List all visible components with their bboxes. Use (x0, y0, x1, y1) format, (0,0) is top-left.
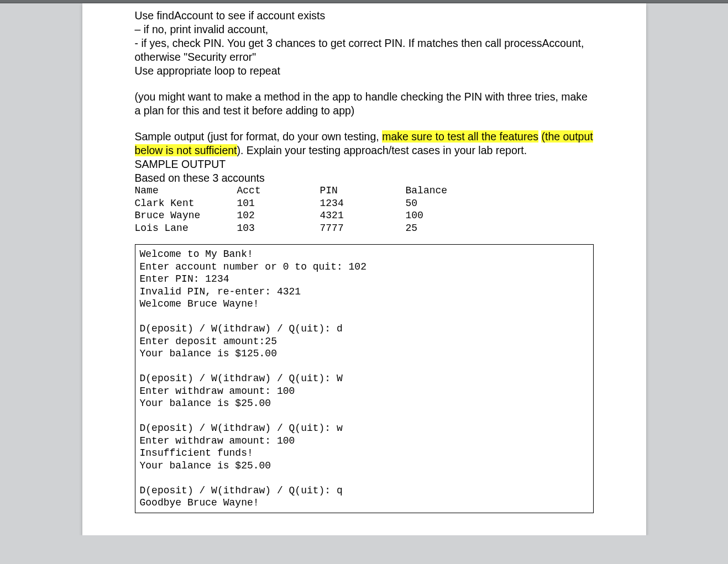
instruction-line: - if yes, check PIN. You get 3 chances t… (135, 36, 594, 64)
output-line: Enter deposit amount:25 (140, 335, 589, 348)
table-header: Balance (406, 185, 594, 197)
sample-output-box: Welcome to My Bank! Enter account number… (135, 244, 594, 513)
table-cell: 25 (406, 222, 594, 235)
sample-output-intro: Sample output (just for format, do your … (135, 130, 594, 157)
output-line (140, 310, 589, 323)
table-header: Name (135, 185, 237, 197)
output-line (140, 360, 589, 373)
table-cell: 1234 (320, 197, 406, 210)
accounts-table: Name Acct PIN Balance Clark Kent 101 123… (135, 185, 594, 234)
output-line: Goodbye Bruce Wayne! (140, 497, 589, 509)
document-body: Use findAccount to see if account exists… (135, 3, 594, 513)
instruction-line: Use appropriate loop to repeat (135, 64, 594, 78)
table-cell: Clark Kent (135, 197, 237, 210)
intro-text: Sample output (just for format, do your … (135, 130, 383, 143)
table-cell: 103 (237, 222, 320, 235)
instruction-note: (you might want to make a method in the … (135, 90, 594, 118)
output-line: Welcome Bruce Wayne! (140, 298, 589, 310)
table-cell: Bruce Wayne (135, 209, 237, 222)
table-cell: 50 (406, 197, 594, 210)
based-on-label: Based on these 3 accounts (135, 171, 594, 185)
instruction-line: Use findAccount to see if account exists (135, 9, 594, 23)
output-line: Enter withdraw amount: 100 (140, 385, 589, 398)
table-header: PIN (320, 185, 406, 197)
output-line (140, 410, 589, 423)
table-cell: 4321 (320, 209, 406, 222)
output-line: Your balance is $125.00 (140, 347, 589, 360)
document-page: Use findAccount to see if account exists… (82, 3, 646, 535)
output-line: D(eposit) / W(ithdraw) / Q(uit): d (140, 323, 589, 335)
instruction-line: – if no, print invalid account, (135, 23, 594, 36)
output-line (140, 472, 589, 484)
output-line: Your balance is $25.00 (140, 460, 589, 472)
output-line: Enter PIN: 1234 (140, 273, 589, 286)
table-cell: Lois Lane (135, 222, 237, 235)
page-background: Use findAccount to see if account exists… (0, 3, 728, 535)
output-line: Enter withdraw amount: 100 (140, 435, 589, 447)
output-line: Insufficient funds! (140, 447, 589, 460)
output-line: Invalid PIN, re-enter: 4321 (140, 286, 589, 298)
output-line: D(eposit) / W(ithdraw) / Q(uit): q (140, 484, 589, 497)
output-line: Your balance is $25.00 (140, 397, 589, 410)
table-cell: 7777 (320, 222, 406, 235)
highlighted-text: make sure to test all the features (382, 130, 538, 143)
sample-output-label: SAMPLE OUTPUT (135, 157, 594, 171)
table-cell: 102 (237, 209, 320, 222)
output-line: D(eposit) / W(ithdraw) / Q(uit): w (140, 422, 589, 435)
table-header: Acct (237, 185, 320, 197)
table-cell: 101 (237, 197, 320, 210)
intro-text: ). Explain your testing approach/test ca… (237, 144, 527, 156)
table-cell: 100 (406, 209, 594, 222)
output-line: Welcome to My Bank! (140, 248, 589, 261)
output-line: Enter account number or 0 to quit: 102 (140, 261, 589, 273)
output-line: D(eposit) / W(ithdraw) / Q(uit): W (140, 372, 589, 385)
